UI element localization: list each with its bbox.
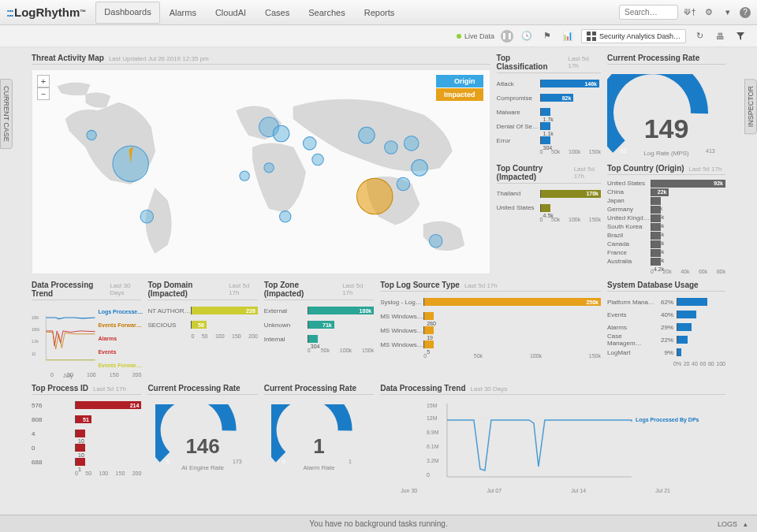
svg-point-15: [397, 177, 410, 191]
clock-icon[interactable]: 🕓: [520, 29, 534, 43]
logs-button[interactable]: LOGS: [718, 520, 737, 528]
bar-row[interactable]: China22k: [607, 188, 725, 196]
analytics-icon[interactable]: 📊: [561, 29, 575, 43]
bar-row[interactable]: United Kingdom7.5k: [607, 214, 725, 222]
sys-db-row[interactable]: Events40%: [607, 309, 725, 320]
bar-row[interactable]: United States4.5k: [497, 203, 601, 214]
nav-cases[interactable]: Cases: [255, 2, 299, 24]
svg-text:0: 0: [282, 459, 285, 463]
dashboard-selector[interactable]: Security Analytics Dash…: [581, 29, 686, 43]
bar-row[interactable]: France4.5k: [607, 249, 725, 257]
svg-text:0: 0: [427, 472, 430, 478]
svg-point-18: [429, 234, 442, 247]
legend-impacted: Impacted: [436, 87, 483, 101]
svg-text:15M: 15M: [427, 403, 438, 408]
nav-alarms[interactable]: Alarms: [160, 2, 206, 24]
bar-row[interactable]: Attack146k: [497, 78, 601, 89]
logo-text: LogRhythm: [14, 6, 80, 19]
bar-row[interactable]: Unknown71k: [264, 319, 374, 330]
bar-row[interactable]: Canada4.6k: [607, 240, 725, 248]
help-icon[interactable]: ?: [740, 7, 751, 18]
svg-point-16: [140, 210, 154, 224]
nav-reports[interactable]: Reports: [355, 2, 405, 24]
bar-row[interactable]: NT AUTHORITY226: [147, 305, 257, 316]
svg-text:3.2M: 3.2M: [427, 458, 439, 463]
settings-icon[interactable]: ⚙: [702, 6, 716, 20]
bar-row[interactable]: Japan12k: [607, 197, 725, 205]
bar-row[interactable]: Malware1.7k: [497, 106, 601, 117]
bar-row[interactable]: 010: [32, 442, 141, 453]
bar-row[interactable]: 80851: [32, 414, 141, 425]
bar-row[interactable]: Error304: [497, 135, 601, 146]
sys-db-row[interactable]: Case Managem…22%: [607, 334, 725, 345]
svg-point-6: [273, 125, 289, 142]
search-input[interactable]: [619, 5, 678, 20]
bar-row[interactable]: Australia4.2k: [607, 258, 725, 266]
ai-engine-gauge-panel: Current Processing Rate 5 173 146AI Engi…: [147, 384, 257, 486]
nav-dashboards[interactable]: Dashboards: [95, 2, 159, 24]
sys-db-row[interactable]: Alarms29%: [607, 322, 725, 333]
bar-row[interactable]: MS Windows Ev…19: [380, 325, 601, 336]
trend-chart-svg: 10M100k1.0k10: [32, 305, 98, 372]
flag-icon[interactable]: ⚑: [540, 29, 554, 43]
svg-text:1.0k: 1.0k: [32, 340, 39, 344]
filter-icon[interactable]: [733, 29, 748, 43]
top-classification-panel: Top ClassificationLast 5d 17h Attack146k…: [497, 54, 601, 158]
zoom-out-button[interactable]: −: [37, 87, 50, 100]
svg-rect-0: [587, 32, 591, 35]
world-map[interactable]: + − Origin Impacted: [32, 69, 490, 274]
bar-row[interactable]: Thailand170k: [497, 188, 601, 199]
refresh-icon[interactable]: ↻: [692, 29, 707, 43]
svg-point-17: [280, 211, 291, 222]
live-data-indicator[interactable]: Live Data: [457, 32, 494, 40]
bar-row[interactable]: Syslog - LogRhy…250k: [380, 296, 601, 307]
nav-cloudai[interactable]: CloudAI: [206, 2, 255, 24]
bar-row[interactable]: Brazil4.8k: [607, 232, 725, 240]
topbar: ::: LogRhythm™ DashboardsAlarmsCloudAICa…: [0, 0, 757, 25]
system-db-panel: System Database Usage Platform Mana…62%E…: [607, 281, 725, 378]
bar-row[interactable]: United States92k: [607, 180, 725, 188]
svg-point-9: [264, 163, 274, 173]
bar-row[interactable]: 576214: [32, 400, 141, 411]
bar-row[interactable]: 410: [32, 428, 141, 439]
current-case-tab[interactable]: CURRENT CASE: [0, 79, 13, 149]
sliders-icon[interactable]: ⟱†: [683, 6, 697, 20]
inspector-tab[interactable]: INSPECTOR: [744, 79, 757, 134]
logo-icon: :::: [6, 6, 13, 19]
dashboard-content: CURRENT CASE INSPECTOR Threat Activity M…: [0, 47, 757, 515]
nav-searches[interactable]: Searches: [299, 2, 354, 24]
svg-rect-3: [592, 37, 596, 41]
svg-text:10: 10: [32, 352, 36, 356]
map-svg: [32, 70, 490, 273]
zoom-in-button[interactable]: +: [37, 75, 50, 87]
svg-text:173: 173: [233, 459, 242, 463]
sys-db-row[interactable]: LogMart9%: [607, 347, 725, 358]
svg-point-12: [385, 141, 398, 154]
bar-row[interactable]: Internal304: [264, 333, 374, 344]
top-log-source-panel: Top Log Source TypeLast 5d 17h Syslog - …: [380, 281, 601, 378]
bar-row[interactable]: 6881: [32, 456, 141, 467]
svg-point-8: [312, 154, 323, 165]
bar-row[interactable]: MS Windows Ev…280: [380, 311, 601, 322]
top-country-impacted-panel: Top Country (Impacted)Last 5d 17h Thaila…: [497, 164, 601, 275]
pause-icon[interactable]: ❚❚: [501, 30, 513, 43]
svg-text:12M: 12M: [427, 415, 438, 421]
bar-row[interactable]: SECIOUS50: [147, 319, 257, 330]
print-icon[interactable]: 🖶: [713, 29, 727, 43]
svg-point-11: [359, 127, 375, 143]
sys-db-row[interactable]: Platform Mana…62%: [607, 296, 725, 307]
bar-row[interactable]: MS Windows Ev…5: [380, 339, 601, 350]
bar-row[interactable]: External180k: [264, 305, 374, 316]
bar-row[interactable]: Denial Of Servi…1.1k: [497, 121, 601, 132]
bar-row[interactable]: Germany9.4k: [607, 206, 725, 214]
svg-text:62: 62: [621, 148, 627, 153]
svg-text:100k: 100k: [32, 328, 40, 332]
footer-message: You have no background tasks running.: [309, 519, 447, 528]
bar-row[interactable]: South Korea6.4k: [607, 223, 725, 231]
panel-title-text: Threat Activity Map: [32, 54, 104, 62]
dropdown-icon[interactable]: ▾: [721, 6, 735, 20]
bar-row[interactable]: Compromise82k: [497, 92, 601, 103]
svg-point-14: [412, 160, 428, 177]
app-logo: ::: LogRhythm™: [6, 6, 86, 19]
expand-icon[interactable]: ▴: [744, 520, 748, 528]
